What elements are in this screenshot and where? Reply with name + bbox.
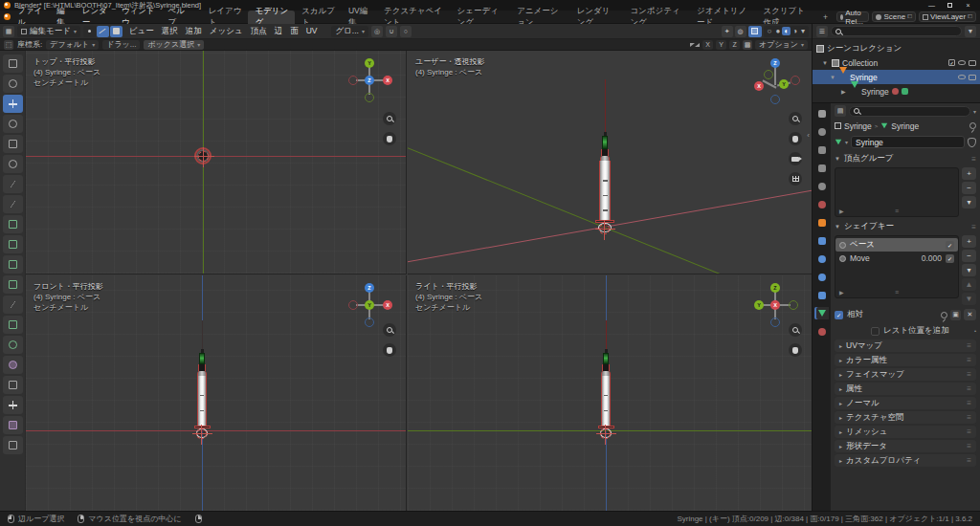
maximize-button[interactable] [942, 1, 958, 11]
pan-button[interactable] [789, 132, 802, 145]
tab-sculpt[interactable]: スカルプト [295, 11, 342, 24]
shape-key-specials-button[interactable]: ▾ [962, 264, 976, 276]
axis-y-ball[interactable]: Y [365, 300, 374, 310]
mirror-x-button[interactable]: X [702, 40, 713, 50]
tab-physics[interactable] [814, 271, 829, 283]
tool-measure[interactable] [3, 195, 23, 213]
tab-rendering[interactable]: レンダリング [570, 11, 624, 24]
outliner-display-mode-dropdown[interactable]: ☰ [816, 26, 828, 37]
pivot-point-dropdown[interactable]: ◎ [371, 26, 383, 37]
axis-y-neg-ball[interactable] [789, 300, 798, 310]
hide-eye-icon[interactable] [958, 75, 966, 79]
shape-key-mute-checkbox[interactable]: ✓ [946, 241, 954, 250]
shading-wireframe-button[interactable]: ○ [766, 27, 774, 35]
zoom-button[interactable] [789, 112, 802, 125]
list-filter-toggle-icon[interactable]: ▶ [839, 289, 844, 296]
tab-layout[interactable]: レイアウト [202, 11, 249, 24]
tab-material[interactable] [814, 325, 829, 338]
coord-system-dropdown[interactable]: デフォルト▾ [46, 40, 99, 50]
pan-button[interactable] [383, 343, 396, 357]
edge-select-button[interactable] [97, 26, 109, 37]
hide-eye-icon[interactable] [958, 60, 966, 65]
face-select-button[interactable] [110, 26, 122, 37]
blender-menu-icon[interactable] [4, 13, 11, 20]
mesh-name-field[interactable]: Syringe [851, 136, 965, 148]
tab-shading[interactable]: シェーディング [451, 11, 511, 24]
panel-custom-properties[interactable]: ▸カスタムプロパティ≡ [835, 454, 976, 467]
axis-y-neg-ball[interactable] [365, 93, 374, 102]
tool-spin[interactable] [3, 336, 23, 354]
fake-user-icon[interactable] [968, 138, 976, 147]
viewport-front-ortho[interactable]: フロント・平行投影 (4) Syringe : ベース センチメートル [26, 275, 407, 511]
axis-y-ball[interactable]: Y [754, 300, 764, 310]
tool-move[interactable] [3, 95, 23, 113]
tab-world[interactable] [814, 198, 829, 210]
tab-texture-paint[interactable]: テクスチャペイント [377, 11, 451, 24]
editor-type-dropdown[interactable]: ▦ [3, 26, 14, 37]
mode-dropdown[interactable]: 編集モード▾ [17, 26, 80, 37]
tab-particles[interactable] [814, 252, 829, 265]
outliner-row-collection[interactable]: ▼ Collection ✓ [813, 55, 980, 70]
live-unwrap-icon[interactable]: ▩ [743, 40, 752, 50]
viewport-right-ortho[interactable]: ライト・平行投影 (4) Syringe : ベース センチメートル [408, 275, 812, 511]
tab-scripting[interactable]: スクリプト作成 [757, 11, 816, 24]
relative-checkbox[interactable]: ✓ [835, 311, 843, 319]
vertex-group-specials-button[interactable]: ▾ [962, 196, 976, 208]
tab-scene[interactable] [814, 180, 829, 192]
axis-z-ball[interactable]: Z [365, 283, 374, 293]
menu-add[interactable]: 追加 [182, 26, 206, 37]
axis-x-neg-ball[interactable] [791, 76, 800, 85]
menu-view[interactable]: ビュー [125, 26, 158, 37]
box-select-dropdown[interactable]: ボックス選択▾ [144, 40, 204, 50]
collection-checkbox[interactable]: ✓ [948, 59, 955, 66]
tool-edge-slide[interactable] [3, 376, 23, 394]
outliner-search-input[interactable] [831, 26, 962, 36]
axis-x-ball[interactable]: X [383, 300, 392, 310]
panel-texture-space[interactable]: ▸テクスチャ空間≡ [835, 411, 976, 424]
add-shape-key-button[interactable]: + [962, 235, 976, 248]
panel-normals[interactable]: ▸ノーマル≡ [835, 397, 976, 409]
shading-dropdown-icon[interactable]: ▾ [799, 27, 807, 35]
tool-cursor[interactable] [3, 75, 23, 93]
disclosure-icon[interactable]: ▶ [841, 88, 848, 95]
vertex-groups-list[interactable]: ▶ ≡ [835, 167, 959, 217]
outliner-row-meshdata-syringe[interactable]: ▶ Syringe [813, 84, 980, 99]
tool-shear[interactable] [3, 416, 23, 434]
tool-poly-build[interactable] [3, 316, 23, 334]
axis-z-ball[interactable]: Z [770, 58, 780, 68]
shading-rendered-button[interactable]: ◑ [791, 27, 799, 35]
properties-search-input[interactable] [849, 106, 970, 117]
nav-gizmo[interactable]: Z Y X [754, 283, 798, 329]
xray-toggle[interactable] [748, 26, 762, 37]
list-filter-toggle-icon[interactable]: ▶ [839, 208, 844, 214]
properties-editor-type-dropdown[interactable]: ▤ [835, 105, 846, 117]
properties-options-icon[interactable]: ▾ [973, 108, 976, 115]
transform-orientation-dropdown[interactable]: グロ...▾ [331, 26, 368, 37]
viewport-top-ortho[interactable]: トップ・平行投影 (4) Syringe : ベース センチメートル Y [26, 51, 407, 274]
menu-vertex[interactable]: 頂点 [247, 26, 271, 37]
disclosure-icon[interactable]: ▼ [830, 75, 836, 80]
pan-button[interactable] [789, 343, 802, 357]
remove-vertex-group-button[interactable]: − [962, 182, 976, 194]
move-shape-key-up-button[interactable]: ▲ [962, 278, 976, 291]
menu-uv[interactable]: UV [302, 26, 322, 37]
tab-add-workspace[interactable]: + [816, 11, 835, 24]
tool-extrude-region[interactable] [3, 215, 23, 233]
shape-key-row-basis[interactable]: ベース ✓ [835, 238, 958, 252]
ortho-toggle-button[interactable] [789, 172, 802, 186]
viewlayer-selector[interactable]: ViewLayer⧠ [919, 11, 976, 22]
panel-attributes[interactable]: ▸属性≡ [835, 383, 976, 395]
proportional-editing-button[interactable]: ○ [400, 26, 412, 37]
shape-key-row-move[interactable]: Move 0.000 ✓ [835, 252, 958, 265]
disclosure-icon[interactable]: ▼ [822, 60, 829, 66]
tab-modeling[interactable]: モデリング [248, 11, 295, 24]
axis-x-neg-ball[interactable] [348, 300, 358, 310]
tab-object[interactable] [814, 216, 829, 229]
axis-z-neg-ball[interactable] [770, 318, 780, 327]
pin-icon[interactable] [969, 122, 976, 129]
list-resize-grip[interactable]: ≡ [895, 289, 899, 296]
edit-mode-display-icon[interactable]: ▣ [950, 310, 961, 320]
tab-geometry-nodes[interactable]: ジオメトリノード [690, 11, 756, 24]
list-resize-grip[interactable]: ≡ [895, 208, 899, 214]
axis-x-ball[interactable]: X [754, 81, 764, 91]
